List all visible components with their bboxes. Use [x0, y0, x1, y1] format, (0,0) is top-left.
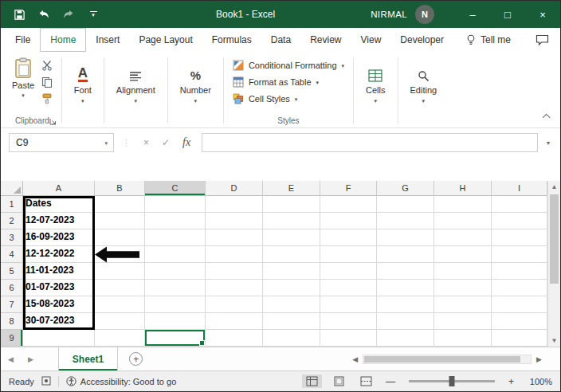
cell-h7[interactable] — [434, 296, 492, 313]
cell-a6[interactable]: 01-07-2023 — [23, 280, 95, 296]
cell-b2[interactable] — [95, 213, 145, 229]
sheet-nav-left-button[interactable]: ◀ — [1, 355, 21, 363]
expand-formula-bar-button[interactable]: ▾ — [544, 139, 552, 147]
sheet-tab-sheet1[interactable]: Sheet1 — [58, 347, 118, 370]
cell-d9[interactable] — [206, 330, 263, 347]
cell-f8[interactable] — [320, 313, 377, 330]
cell-g9[interactable] — [377, 330, 434, 347]
cell-f2[interactable] — [320, 213, 377, 229]
cell-h4[interactable] — [434, 246, 492, 263]
new-sheet-button[interactable]: + — [129, 352, 143, 366]
cell-e4[interactable] — [263, 246, 320, 263]
vertical-scrollbar[interactable]: ▲ ▼ — [547, 181, 560, 347]
cell-h3[interactable] — [434, 229, 492, 246]
cell-d8[interactable] — [206, 313, 263, 330]
cell-b3[interactable] — [95, 229, 145, 246]
collapse-ribbon-button[interactable] — [538, 111, 551, 120]
account-area[interactable]: NIRMAL N — [371, 5, 434, 24]
scroll-down-button[interactable]: ▼ — [551, 335, 558, 347]
zoom-level[interactable]: 100% — [524, 377, 552, 386]
cell-styles-button[interactable]: Cell Styles ▾ — [233, 93, 344, 104]
cell-f7[interactable] — [320, 296, 377, 313]
minimize-button[interactable]: – — [455, 1, 490, 28]
cell-e5[interactable] — [263, 263, 320, 280]
zoom-in-button[interactable]: + — [506, 376, 516, 387]
cell-b6[interactable] — [95, 280, 145, 296]
tab-home[interactable]: Home — [40, 28, 86, 52]
cell-i5[interactable] — [492, 263, 547, 280]
accessibility-status[interactable]: Accessibility: Good to go — [66, 376, 176, 386]
insert-function-button[interactable]: fx — [182, 136, 190, 149]
hscroll-left-button[interactable]: ◀ — [348, 355, 362, 363]
tab-file[interactable]: File — [6, 28, 40, 52]
cell-d5[interactable] — [206, 263, 263, 280]
cell-h5[interactable] — [434, 263, 492, 280]
cell-e3[interactable] — [263, 229, 320, 246]
copy-button[interactable] — [41, 76, 53, 88]
formula-input[interactable] — [202, 133, 538, 152]
column-header-b[interactable]: B — [95, 181, 145, 196]
cells-group-button[interactable]: Cells ▾ — [359, 66, 391, 104]
cell-i1[interactable] — [492, 196, 547, 213]
cell-h8[interactable] — [434, 313, 492, 330]
comments-button[interactable] — [536, 28, 549, 52]
cell-e6[interactable] — [263, 280, 320, 296]
macro-record-button[interactable] — [41, 376, 51, 387]
column-header-f[interactable]: F — [320, 181, 377, 196]
row-header-7[interactable]: 7 — [1, 296, 23, 313]
avatar[interactable]: N — [415, 5, 434, 24]
cell-b5[interactable] — [95, 263, 145, 280]
cell-g2[interactable] — [377, 213, 434, 229]
column-header-h[interactable]: H — [434, 181, 492, 196]
cell-d2[interactable] — [206, 213, 263, 229]
vertical-scroll-thumb[interactable] — [550, 194, 559, 284]
customize-qat-button[interactable]: ▾ — [86, 7, 100, 22]
cell-h1[interactable] — [434, 196, 492, 213]
editing-group-button[interactable]: Editing ▾ — [404, 66, 444, 104]
cell-g4[interactable] — [377, 246, 434, 263]
cell-c1[interactable] — [145, 196, 206, 213]
cell-f1[interactable] — [320, 196, 377, 213]
cell-i2[interactable] — [492, 213, 547, 229]
zoom-slider-thumb[interactable] — [449, 376, 454, 386]
cell-i3[interactable] — [492, 229, 547, 246]
row-header-9[interactable]: 9 — [1, 330, 23, 347]
row-header-2[interactable]: 2 — [1, 213, 23, 229]
cell-c2[interactable] — [145, 213, 206, 229]
row-header-4[interactable]: 4 — [1, 246, 23, 263]
cell-c8[interactable] — [145, 313, 206, 330]
horizontal-scroll-thumb[interactable] — [364, 356, 520, 363]
cell-e9[interactable] — [263, 330, 320, 347]
cell-i9[interactable] — [492, 330, 547, 347]
cut-button[interactable] — [41, 60, 53, 71]
cell-d4[interactable] — [206, 246, 263, 263]
cell-g5[interactable] — [377, 263, 434, 280]
font-group-button[interactable]: A Font ▾ — [68, 66, 98, 104]
cell-g7[interactable] — [377, 296, 434, 313]
cell-a4[interactable]: 12-12-2022 — [23, 246, 95, 263]
alignment-group-button[interactable]: Alignment ▾ — [110, 66, 162, 104]
cell-f3[interactable] — [320, 229, 377, 246]
cell-d7[interactable] — [206, 296, 263, 313]
cell-d6[interactable] — [206, 280, 263, 296]
cell-c7[interactable] — [145, 296, 206, 313]
row-header-1[interactable]: 1 — [1, 196, 23, 213]
cell-a8[interactable]: 30-07-2023 — [23, 313, 95, 330]
cell-b8[interactable] — [95, 313, 145, 330]
row-header-8[interactable]: 8 — [1, 313, 23, 330]
cell-h2[interactable] — [434, 213, 492, 229]
tab-page-layout[interactable]: Page Layout — [129, 28, 202, 52]
cell-a3[interactable]: 16-09-2023 — [23, 229, 95, 246]
cell-a7[interactable]: 15-08-2023 — [23, 296, 95, 313]
cell-i8[interactable] — [492, 313, 547, 330]
zoom-slider[interactable] — [409, 380, 495, 382]
sheet-nav-right-button[interactable]: ▶ — [21, 355, 41, 363]
cell-a9[interactable] — [23, 330, 95, 347]
cancel-button[interactable]: × — [143, 137, 149, 148]
cell-d1[interactable] — [206, 196, 263, 213]
column-header-e[interactable]: E — [263, 181, 320, 196]
cell-g8[interactable] — [377, 313, 434, 330]
tab-insert[interactable]: Insert — [86, 28, 129, 52]
save-button[interactable] — [12, 7, 26, 22]
redo-button[interactable] — [61, 7, 76, 22]
